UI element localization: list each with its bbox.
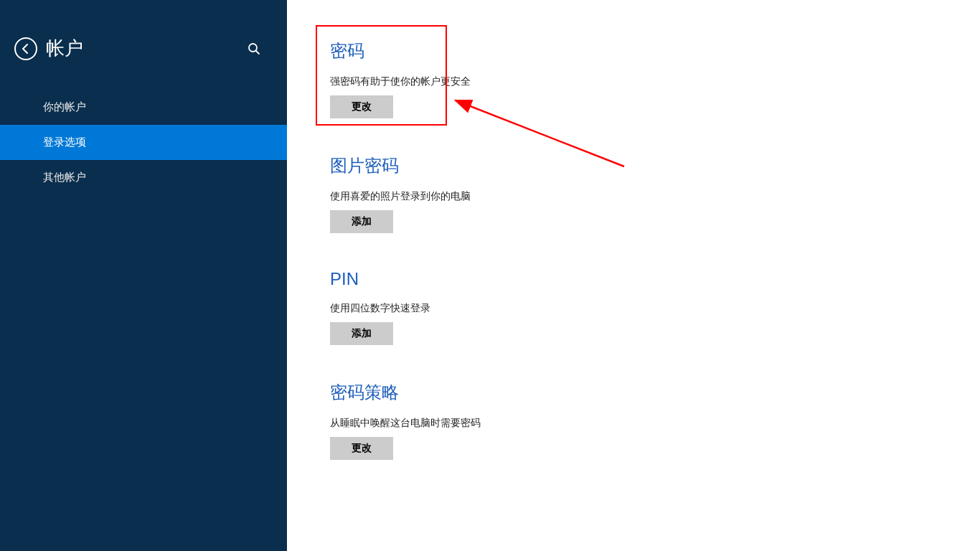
page-title: 帐户	[46, 36, 237, 61]
settings-sidebar: 帐户 你的帐户 登录选项 其他帐户	[0, 0, 287, 551]
section-password: 密码 强密码有助于使你的帐户更安全 更改	[330, 39, 937, 118]
section-password-policy-desc: 从睡眠中唤醒这台电脑时需要密码	[330, 417, 937, 430]
section-picture-password-desc: 使用喜爱的照片登录到你的电脑	[330, 190, 937, 203]
search-icon	[248, 42, 260, 55]
section-password-title: 密码	[330, 39, 937, 62]
arrow-left-icon	[20, 43, 32, 55]
sidebar-item-your-account[interactable]: 你的帐户	[0, 90, 287, 125]
sidebar-header: 帐户	[0, 0, 287, 90]
section-pin-title: PIN	[330, 269, 937, 289]
sidebar-item-signin-options[interactable]: 登录选项	[0, 125, 287, 160]
back-button[interactable]	[14, 37, 37, 60]
sidebar-nav: 你的帐户 登录选项 其他帐户	[0, 90, 287, 195]
section-pin-desc: 使用四位数字快速登录	[330, 302, 937, 315]
password-change-button[interactable]: 更改	[330, 95, 393, 118]
svg-point-0	[249, 44, 257, 52]
sidebar-item-other-accounts[interactable]: 其他帐户	[0, 160, 287, 195]
search-button[interactable]	[245, 40, 263, 57]
picture-password-add-button[interactable]: 添加	[330, 210, 393, 233]
content-pane: 密码 强密码有助于使你的帐户更安全 更改 图片密码 使用喜爱的照片登录到你的电脑…	[287, 0, 980, 551]
policy-change-button[interactable]: 更改	[330, 437, 393, 460]
section-picture-password-title: 图片密码	[330, 154, 937, 177]
svg-line-1	[256, 51, 259, 54]
section-pin: PIN 使用四位数字快速登录 添加	[330, 269, 937, 345]
section-password-desc: 强密码有助于使你的帐户更安全	[330, 75, 937, 88]
section-password-policy: 密码策略 从睡眠中唤醒这台电脑时需要密码 更改	[330, 381, 937, 460]
section-picture-password: 图片密码 使用喜爱的照片登录到你的电脑 添加	[330, 154, 937, 233]
pin-add-button[interactable]: 添加	[330, 322, 393, 345]
section-password-policy-title: 密码策略	[330, 381, 937, 404]
